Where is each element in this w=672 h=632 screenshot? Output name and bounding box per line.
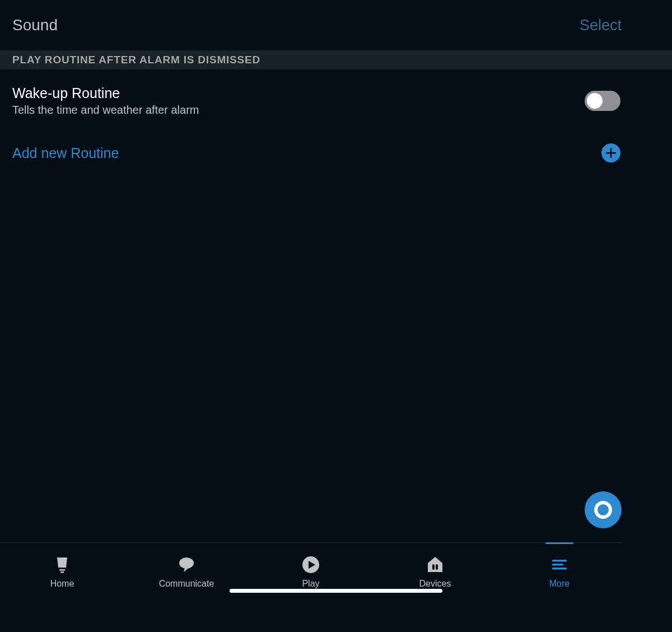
svg-rect-1 [59,569,65,571]
svg-rect-5 [432,564,435,570]
svg-rect-7 [552,560,567,562]
section-heading: PLAY ROUTINE AFTER ALARM IS DISMISSED [0,50,672,69]
plus-icon [601,143,620,162]
add-routine-label: Add new Routine [12,145,119,161]
tab-more[interactable]: More [497,543,622,601]
alexa-ring-icon [593,500,613,520]
svg-point-3 [179,557,194,569]
routine-text: Wake-up Routine Tells the time and weath… [12,85,199,117]
add-new-routine-button[interactable]: Add new Routine [0,132,672,174]
routine-subtitle: Tells the time and weather after alarm [12,104,199,117]
home-indicator[interactable] [230,589,442,593]
svg-rect-2 [60,571,64,573]
tab-home[interactable]: Home [0,543,124,601]
tab-play-label: Play [302,579,319,589]
house-icon [426,555,445,574]
svg-rect-9 [552,568,567,570]
alexa-voice-button[interactable] [585,491,622,528]
svg-rect-8 [552,564,563,566]
header: Sound Select [0,0,672,50]
page-title: Sound [12,16,58,34]
wakeup-routine-toggle[interactable] [585,91,620,111]
svg-point-0 [596,503,610,517]
wakeup-routine-row: Wake-up Routine Tells the time and weath… [0,69,672,132]
play-icon [301,555,320,574]
tab-devices-label: Devices [419,579,451,589]
tab-communicate-label: Communicate [159,579,214,589]
speech-bubble-icon [177,555,196,574]
toggle-knob [587,93,603,109]
home-icon [53,555,72,574]
menu-lines-icon [550,555,569,574]
svg-rect-6 [436,564,438,570]
tab-home-label: Home [50,579,74,589]
select-button[interactable]: Select [580,17,622,34]
tab-more-label: More [549,579,570,589]
routine-title: Wake-up Routine [12,85,199,101]
